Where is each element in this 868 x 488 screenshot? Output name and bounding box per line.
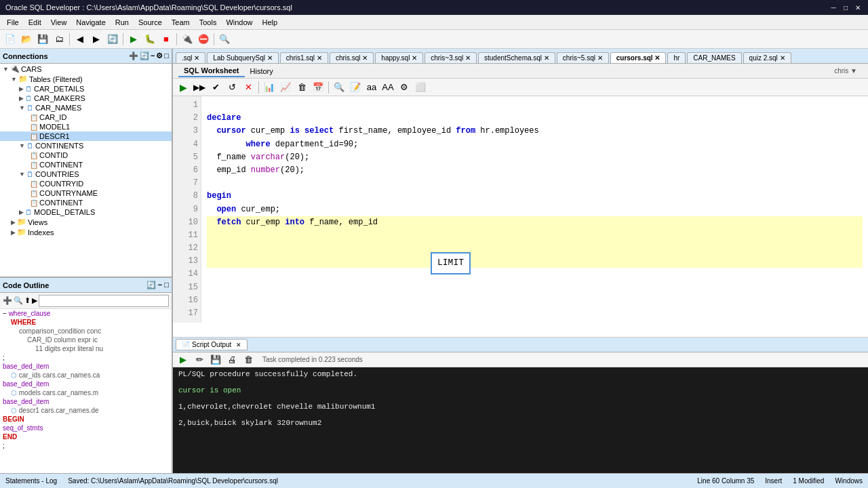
history-btn[interactable]: 📅 xyxy=(311,80,326,95)
editor-content[interactable]: declare cursor cur_emp is select first_n… xyxy=(173,96,868,337)
sql-tab-happy[interactable]: happy.sql ✕ xyxy=(375,52,423,63)
outline-item-car-ids[interactable]: ⬡ car_ids cars.car_names.ca xyxy=(0,371,172,380)
tree-node-model1[interactable]: 📋 MODEL1 xyxy=(0,122,172,131)
tree-node-car-makers[interactable]: ▶ 🗒 CAR_MAKERS xyxy=(0,94,172,103)
run-script-btn[interactable]: ▶▶ xyxy=(192,80,207,95)
connection-tree[interactable]: ▼ 🔌 CARS ▼ 📁 Tables (Filtered) ▶ 🗒 CAR_D… xyxy=(0,64,172,277)
code-outline-search-input[interactable] xyxy=(39,295,169,307)
debug-btn[interactable]: 🐛 xyxy=(142,32,157,47)
expand-countries-icon[interactable]: ▼ xyxy=(19,171,25,178)
tree-node-descr1[interactable]: 📋 DESCR1 xyxy=(0,131,172,141)
outline-item-descr1[interactable]: ⬡ descr1 cars.car_names.de xyxy=(0,406,172,415)
upper-btn[interactable]: AA xyxy=(380,80,395,95)
worksheet-tab-sql[interactable]: SQL Worksheet xyxy=(178,65,245,77)
run-btn[interactable]: ▶ xyxy=(126,32,141,47)
run-sql-btn[interactable]: ▶ xyxy=(176,80,191,95)
co-maximize-icon[interactable]: □ xyxy=(164,281,169,289)
settings2-btn[interactable]: ⚙ xyxy=(397,80,412,95)
expand-cars-icon[interactable]: ▼ xyxy=(3,66,9,73)
output-print-btn[interactable]: 🖨 xyxy=(224,352,239,367)
stop-btn[interactable]: ■ xyxy=(159,32,174,47)
sql-tab-hr[interactable]: hr xyxy=(667,52,686,63)
expand-model-details-icon[interactable]: ▶ xyxy=(19,209,24,216)
co-toolbar-btn2[interactable]: 🔍 xyxy=(14,296,23,305)
output-edit-btn[interactable]: ✏ xyxy=(192,352,207,367)
sql-tab-student[interactable]: studentSchema.sql ✕ xyxy=(478,52,555,63)
tree-node-cars[interactable]: ▼ 🔌 CARS xyxy=(0,64,172,74)
sql-tab-quiz[interactable]: quiz 2.sql ✕ xyxy=(743,52,791,63)
save-all-btn[interactable]: 🗂 xyxy=(52,32,66,47)
output-save-btn[interactable]: 💾 xyxy=(208,352,223,367)
sql-tab-chris3[interactable]: chris~3.sql ✕ xyxy=(425,52,477,63)
co-collapse-icon[interactable]: − xyxy=(158,281,162,289)
tree-node-views[interactable]: ▶ 📁 Views xyxy=(0,217,172,227)
co-refresh-icon[interactable]: 🔄 xyxy=(146,281,156,289)
tree-node-car-names[interactable]: ▼ 🗒 CAR_NAMES xyxy=(0,103,172,113)
search-replace-btn[interactable]: 🔍 xyxy=(332,80,347,95)
collapse-icon[interactable]: − xyxy=(151,52,155,60)
output-clear-btn[interactable]: 🗑 xyxy=(241,352,256,367)
autotrace-btn[interactable]: 📈 xyxy=(278,80,293,95)
sql-tab-chris[interactable]: chris.sql ✕ xyxy=(330,52,374,63)
autocomplete-popup[interactable]: LIMIT xyxy=(431,252,471,274)
outline-item-end[interactable]: END xyxy=(0,432,172,441)
open-btn[interactable]: 📂 xyxy=(19,32,34,47)
close-output-tab-icon[interactable]: ✕ xyxy=(236,342,241,348)
menu-navigate[interactable]: Navigate xyxy=(72,17,109,28)
expand-continents-icon[interactable]: ▼ xyxy=(19,142,25,149)
sql-tab-car-names[interactable]: CAR_NAMES xyxy=(687,52,741,63)
expand-car-makers-icon[interactable]: ▶ xyxy=(19,95,24,102)
outline-item-comparison[interactable]: comparison_condition conc xyxy=(0,327,172,336)
tree-node-tables[interactable]: ▼ 📁 Tables (Filtered) xyxy=(0,74,172,84)
connect-btn[interactable]: 🔌 xyxy=(180,32,195,47)
maximize-panel-icon[interactable]: □ xyxy=(164,52,169,60)
script-output-tab[interactable]: 📄 Script Output ✕ xyxy=(176,339,248,350)
expand-views-icon[interactable]: ▶ xyxy=(11,219,16,226)
commit-btn[interactable]: ✔ xyxy=(208,80,223,95)
lower-btn[interactable]: aa xyxy=(364,80,379,95)
outline-item-where[interactable]: WHERE xyxy=(0,318,172,327)
tree-node-continent2[interactable]: 📋 CONTINENT xyxy=(0,198,172,207)
tree-node-car-details[interactable]: ▶ 🗒 CAR_DETAILS xyxy=(0,84,172,94)
outline-item-begin[interactable]: BEGIN xyxy=(0,415,172,424)
tree-node-continents[interactable]: ▼ 🗒 CONTINENTS xyxy=(0,141,172,150)
expand-tables-icon[interactable]: ▼ xyxy=(11,76,17,83)
explain-btn[interactable]: 📊 xyxy=(262,80,277,95)
sql-tab-dot-sql[interactable]: .sql ✕ xyxy=(176,52,205,63)
tree-node-countryname[interactable]: 📋 COUNTRYNAME xyxy=(0,188,172,198)
tree-node-countryid[interactable]: 📋 COUNTRYID xyxy=(0,179,172,188)
menu-source[interactable]: Source xyxy=(134,17,166,28)
rollback-btn[interactable]: ↺ xyxy=(224,80,239,95)
co-toolbar-btn3[interactable]: ⬆ xyxy=(24,296,31,305)
add-connection-icon[interactable]: ➕ xyxy=(129,52,138,60)
outline-item-base-ded2[interactable]: base_ded_item xyxy=(0,380,172,388)
find-btn[interactable]: 🔍 xyxy=(217,32,232,47)
sql-tab-chris5[interactable]: chris~5.sql ✕ xyxy=(557,52,609,63)
outline-item-digits-expr[interactable]: 11 digits expr literal nu xyxy=(0,344,172,353)
menu-window[interactable]: Window xyxy=(222,17,256,28)
menu-team[interactable]: Team xyxy=(167,17,194,28)
save-btn[interactable]: 💾 xyxy=(35,32,50,47)
expand-indexes-icon[interactable]: ▶ xyxy=(11,229,16,236)
toggle-btn[interactable]: ⬜ xyxy=(413,80,428,95)
expand-car-details-icon[interactable]: ▶ xyxy=(19,85,24,92)
co-toolbar-btn4[interactable]: ▶ xyxy=(32,296,37,305)
outline-item-base-ded1[interactable]: base_ded_item xyxy=(0,362,172,371)
tree-node-indexes[interactable]: ▶ 📁 Indexes xyxy=(0,227,172,237)
tree-node-contid[interactable]: 📋 CONTID xyxy=(0,150,172,160)
minimize-button[interactable]: ─ xyxy=(829,3,838,12)
menu-run[interactable]: Run xyxy=(111,17,133,28)
tree-node-model-details[interactable]: ▶ 🗒 MODEL_DETAILS xyxy=(0,207,172,217)
outline-item-models[interactable]: ⬡ models cars.car_names.m xyxy=(0,388,172,397)
tree-node-continent[interactable]: 📋 CONTINENT xyxy=(0,160,172,169)
new-btn[interactable]: 📄 xyxy=(3,32,18,47)
outline-item-semi2[interactable]: ; xyxy=(0,441,172,450)
clear-btn[interactable]: 🗑 xyxy=(294,80,309,95)
code-editor[interactable]: 1234567891011121314151617 declare cursor… xyxy=(173,96,868,338)
refresh-btn[interactable]: 🔄 xyxy=(105,32,120,47)
disconnect-btn[interactable]: ⛔ xyxy=(196,32,211,47)
tree-node-car-id[interactable]: 📋 CAR_ID xyxy=(0,113,172,122)
close-button[interactable]: ✕ xyxy=(853,3,863,12)
outline-item-where-clause[interactable]: − where_clause xyxy=(0,309,172,318)
output-run-btn[interactable]: ▶ xyxy=(176,352,191,367)
